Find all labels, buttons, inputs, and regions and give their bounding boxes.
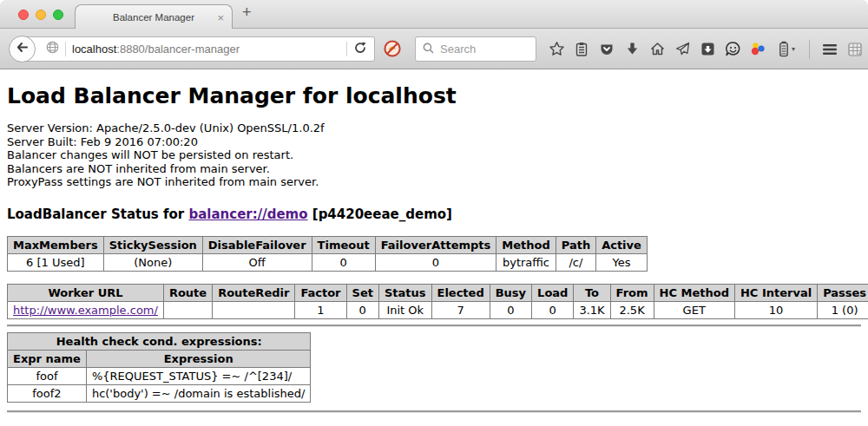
cell-method: bytraffic: [496, 253, 556, 271]
col-factor: Factor: [295, 284, 346, 301]
cell-expr-name: foof: [8, 367, 87, 384]
cell-factor: 1: [295, 301, 346, 318]
cell-passes: 1 (0): [818, 301, 868, 318]
search-bar[interactable]: Search: [415, 36, 536, 62]
col-expression: Expression: [86, 350, 311, 367]
cell-busy: 0: [490, 301, 531, 318]
content-block-icon[interactable]: [383, 39, 402, 62]
battery-addon-icon[interactable]: ▾: [774, 41, 798, 58]
col-timeout: Timeout: [312, 236, 375, 253]
health-title-row: Health check cond. expressions:: [8, 332, 311, 350]
col-load: Load: [532, 284, 574, 301]
col-hc-interval: HC Interval: [734, 284, 817, 301]
new-tab-button[interactable]: +: [242, 3, 252, 22]
chat-smiley-icon[interactable]: [724, 41, 741, 58]
cell-path: /c/: [556, 253, 595, 271]
cell-elected: 7: [431, 301, 490, 318]
worker-url-link[interactable]: http://www.example.com/: [13, 304, 158, 317]
table-header-row: Expr name Expression: [8, 350, 311, 367]
inherit-note-line: Balancers are NOT inherited from main se…: [7, 162, 861, 176]
page-content: Load Balancer Manager for localhost Serv…: [0, 83, 868, 413]
toolbar-icons: ▾: [548, 29, 864, 69]
back-arrow-icon: [15, 40, 30, 58]
url-path: :8880/balancer-manager: [116, 43, 240, 56]
tab-balancer-manager[interactable]: Balancer Manager ×: [75, 4, 233, 29]
url-text[interactable]: localhost:8880/balancer-manager: [72, 43, 340, 56]
col-method: Method: [496, 236, 556, 253]
bookmark-star-icon[interactable]: [548, 41, 565, 58]
cell-worker-url: http://www.example.com/: [8, 301, 164, 318]
col-set: Set: [346, 284, 378, 301]
cell-from: 2.5K: [610, 301, 654, 318]
window-controls: [18, 10, 63, 20]
col-elected: Elected: [431, 284, 490, 301]
url-host: localhost: [72, 43, 116, 56]
server-version-line: Server Version: Apache/2.5.0-dev (Unix) …: [7, 121, 861, 135]
balancer-settings-table: MaxMembers StickySession DisableFailover…: [7, 236, 648, 272]
send-plane-icon[interactable]: [674, 41, 691, 58]
table-row: 6 [1 Used] (None) Off 0 0 bytraffic /c/ …: [8, 253, 648, 271]
cell-failoverattempts: 0: [375, 253, 496, 271]
cell-routeredir: [213, 301, 295, 318]
col-worker-url: Worker URL: [8, 284, 164, 301]
urlbar-divider2: [346, 42, 347, 56]
balancer-demo-link[interactable]: balancer://demo: [188, 206, 307, 222]
col-disablefailover: DisableFailover: [202, 236, 312, 253]
cell-expr-name: foof2: [8, 384, 87, 402]
browser-window: Balancer Manager × + localhost:8880/bala…: [0, 0, 868, 426]
cell-maxmembers: 6 [1 Used]: [8, 253, 104, 271]
health-row: foof %{REQUEST_STATUS} =~ /^[234]/: [8, 367, 311, 384]
zoom-window-button[interactable]: [53, 10, 63, 20]
search-placeholder: Search: [440, 43, 476, 56]
col-to: To: [574, 284, 610, 301]
col-passes: Passes: [818, 284, 868, 301]
colored-dots-addon-icon[interactable]: [749, 41, 766, 58]
downloads-icon[interactable]: [623, 41, 641, 58]
urlbar-divider: [65, 42, 66, 56]
health-row: foof2 hc('body') =~ /domain is establish…: [8, 384, 311, 402]
titlebar: Balancer Manager × +: [0, 0, 868, 29]
col-active: Active: [596, 236, 648, 253]
back-button[interactable]: [9, 36, 36, 62]
table-header-row: Worker URL Route RouteRedir Factor Set S…: [8, 284, 868, 301]
chevron-down-icon[interactable]: ▾: [792, 45, 795, 53]
server-info: Server Version: Apache/2.5.0-dev (Unix) …: [7, 121, 861, 189]
cell-stickysession: (None): [103, 253, 202, 271]
server-built-line: Server Built: Feb 9 2016 07:00:20: [7, 135, 861, 149]
nav-toolbar: localhost:8880/balancer-manager Search: [0, 29, 868, 69]
tab-close-icon[interactable]: ×: [217, 11, 224, 23]
cell-hc-method: GET: [654, 301, 734, 318]
cell-hc-interval: 10: [734, 301, 817, 318]
status-prefix: LoadBalancer Status for: [7, 206, 184, 222]
col-from: From: [610, 284, 654, 301]
pocket-icon[interactable]: [598, 41, 615, 58]
cell-timeout: 0: [312, 253, 375, 271]
globe-icon: [46, 41, 59, 57]
col-failoverattempts: FailoverAttempts: [375, 236, 496, 253]
col-stickysession: StickySession: [103, 236, 202, 253]
cell-active: Yes: [596, 253, 648, 271]
close-window-button[interactable]: [18, 10, 29, 20]
col-status: Status: [378, 284, 431, 301]
col-hc-method: HC Method: [654, 284, 734, 301]
reading-list-icon[interactable]: [573, 41, 590, 58]
cell-load: 0: [532, 301, 574, 318]
minimize-window-button[interactable]: [36, 10, 46, 20]
worker-row: http://www.example.com/ 1 0 Init Ok 7 0 …: [8, 301, 868, 318]
loadbalancer-status-heading: LoadBalancer Status for balancer://demo …: [7, 206, 861, 222]
cell-to: 3.1K: [574, 301, 610, 318]
col-routeredir: RouteRedir: [213, 284, 295, 301]
divider: [7, 410, 861, 413]
col-maxmembers: MaxMembers: [8, 236, 104, 253]
health-table-title: Health check cond. expressions:: [8, 332, 311, 350]
cell-disablefailover: Off: [202, 253, 312, 271]
worker-status-table: Worker URL Route RouteRedir Factor Set S…: [7, 284, 868, 319]
tab-queue-icon[interactable]: [699, 41, 716, 58]
home-icon[interactable]: [648, 41, 666, 58]
reload-icon[interactable]: [353, 41, 367, 58]
toolbar-divider: [809, 40, 810, 59]
hamburger-menu-icon[interactable]: [821, 41, 838, 58]
sidebar-grid-icon[interactable]: [846, 41, 864, 58]
table-header-row: MaxMembers StickySession DisableFailover…: [8, 236, 648, 253]
url-bar[interactable]: localhost:8880/balancer-manager: [24, 36, 375, 62]
